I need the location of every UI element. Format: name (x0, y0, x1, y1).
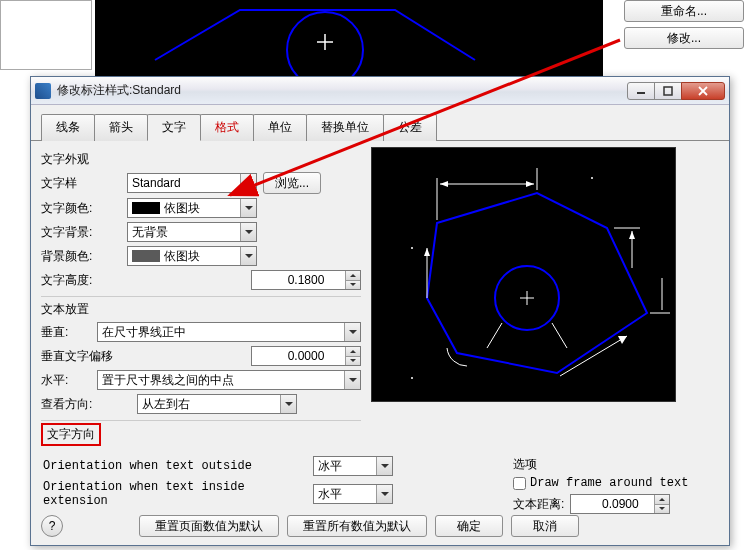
svg-point-28 (591, 177, 593, 179)
label-vertical: 垂直: (41, 324, 91, 341)
svg-marker-16 (440, 181, 448, 187)
group-options: 选项 (513, 456, 717, 473)
combo-horizontal[interactable]: 置于尺寸界线之间的中点 (97, 370, 361, 390)
modify-button[interactable]: 修改... (624, 27, 744, 49)
group-appearance: 文字外观 (41, 151, 361, 168)
chevron-down-icon (240, 247, 256, 265)
svg-line-11 (487, 323, 502, 348)
label-orient-inside: Orientation when text inside extension (43, 480, 303, 508)
orient-inside-value: 水平 (318, 486, 342, 503)
label-text-dist: 文本距离: (513, 496, 564, 513)
titlebar: 修改标注样式:Standard (31, 77, 729, 105)
label-orient-outside: Orientation when text outside (43, 459, 303, 473)
svg-point-27 (411, 247, 413, 249)
label-vert-offset: 垂直文字偏移 (41, 348, 121, 365)
svg-marker-24 (424, 248, 430, 256)
reset-page-button[interactable]: 重置页面数值为默认 (139, 515, 279, 537)
bg-color-value: 依图块 (164, 248, 200, 265)
checkbox-drawframe[interactable] (513, 477, 526, 490)
spin-down-icon[interactable] (345, 281, 360, 290)
label-bg-color: 背景颜色: (41, 248, 121, 265)
svg-rect-4 (664, 87, 672, 95)
text-color-value: 依图块 (164, 200, 200, 217)
color-swatch-icon (132, 202, 160, 214)
combo-text-style[interactable]: Standard (127, 173, 257, 193)
tab-strip: 线条 箭头 文字 格式 单位 替换单位 公差 (31, 105, 729, 141)
ok-button[interactable]: 确定 (435, 515, 503, 537)
combo-text-bg[interactable]: 无背景 (127, 222, 257, 242)
text-bg-value: 无背景 (132, 224, 168, 241)
chevron-down-icon (344, 371, 360, 389)
chevron-down-icon (240, 223, 256, 241)
cancel-button[interactable]: 取消 (511, 515, 579, 537)
tab-format[interactable]: 格式 (200, 114, 254, 141)
reset-all-button[interactable]: 重置所有数值为默认 (287, 515, 427, 537)
svg-marker-22 (629, 231, 635, 239)
tab-units[interactable]: 单位 (253, 114, 307, 141)
spin-up-icon[interactable] (345, 347, 360, 357)
svg-marker-17 (526, 181, 534, 187)
thumbnail-panel (0, 0, 92, 70)
dimstyle-dialog: 修改标注样式:Standard 线条 箭头 文字 格式 单位 替换单位 公差 文… (30, 76, 730, 546)
preview-pane (371, 147, 676, 402)
bg-shape (95, 0, 603, 76)
svg-line-12 (552, 323, 567, 348)
dialog-title: 修改标注样式:Standard (57, 82, 628, 99)
viewdir-value: 从左到右 (142, 396, 190, 413)
app-icon (35, 83, 51, 99)
combo-viewdir[interactable]: 从左到右 (137, 394, 297, 414)
spin-down-icon[interactable] (654, 505, 669, 514)
input-text-dist[interactable]: 0.0900 (570, 494, 670, 514)
tab-altunits[interactable]: 替换单位 (306, 114, 384, 141)
orient-outside-value: 冰平 (318, 458, 342, 475)
maximize-button[interactable] (654, 82, 682, 100)
vert-offset-value: 0.0000 (288, 349, 325, 363)
color-swatch-icon (132, 250, 160, 262)
spin-up-icon[interactable] (654, 495, 669, 505)
group-orientation-highlight: 文字方向 (41, 423, 101, 446)
input-text-height[interactable]: 0.1800 (251, 270, 361, 290)
chevron-down-icon (344, 323, 360, 341)
close-button[interactable] (681, 82, 725, 100)
text-style-value: Standard (132, 176, 181, 190)
svg-line-25 (560, 336, 627, 376)
text-dist-value: 0.0900 (602, 497, 639, 511)
rename-button[interactable]: 重命名... (624, 0, 744, 22)
chevron-down-icon (280, 395, 296, 413)
spin-up-icon[interactable] (345, 271, 360, 281)
chevron-down-icon (376, 485, 392, 503)
chevron-down-icon (376, 457, 392, 475)
text-height-value: 0.1800 (288, 273, 325, 287)
tab-text[interactable]: 文字 (147, 114, 201, 141)
chevron-down-icon (240, 199, 256, 217)
combo-text-color[interactable]: 依图块 (127, 198, 257, 218)
vertical-value: 在尺寸界线正中 (102, 324, 186, 341)
svg-point-29 (411, 377, 413, 379)
minimize-button[interactable] (627, 82, 655, 100)
label-text-bg: 文字背景: (41, 224, 121, 241)
label-text-style: 文字样 (41, 175, 121, 192)
group-placement: 文本放置 (41, 301, 361, 318)
label-viewdir: 查看方向: (41, 396, 103, 413)
label-text-color: 文字颜色: (41, 200, 121, 217)
horizontal-value: 置于尺寸界线之间的中点 (102, 372, 234, 389)
label-drawframe: Draw frame around text (530, 476, 688, 490)
tab-arrows[interactable]: 箭头 (94, 114, 148, 141)
spin-down-icon[interactable] (345, 357, 360, 366)
svg-marker-7 (427, 193, 647, 373)
combo-orient-inside[interactable]: 水平 (313, 484, 393, 504)
browse-button[interactable]: 浏览... (263, 172, 321, 194)
preview-drawing (372, 148, 677, 403)
help-button[interactable]: ? (41, 515, 63, 537)
combo-vertical[interactable]: 在尺寸界线正中 (97, 322, 361, 342)
label-horizontal: 水平: (41, 372, 91, 389)
chevron-down-icon (240, 174, 256, 192)
combo-orient-outside[interactable]: 冰平 (313, 456, 393, 476)
label-text-height: 文字高度: (41, 272, 121, 289)
background-preview (95, 0, 603, 76)
combo-bg-color[interactable]: 依图块 (127, 246, 257, 266)
tab-lines[interactable]: 线条 (41, 114, 95, 141)
input-vert-offset[interactable]: 0.0000 (251, 346, 361, 366)
tab-tolerance[interactable]: 公差 (383, 114, 437, 141)
